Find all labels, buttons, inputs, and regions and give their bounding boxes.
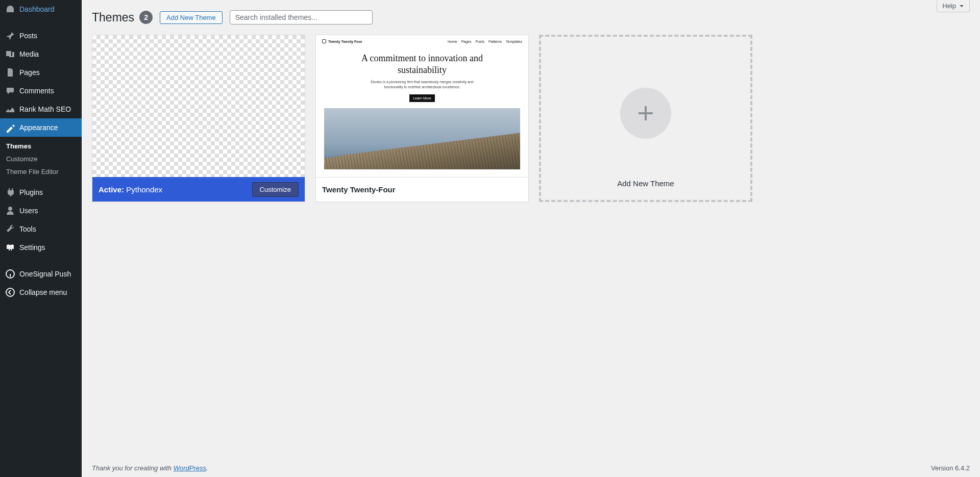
dashboard-icon [5, 4, 15, 14]
active-theme-name: Pythondex [126, 185, 162, 194]
chart-icon [5, 104, 15, 114]
admin-sidebar: Dashboard Posts Media Pages Comments Ran… [0, 0, 82, 477]
submenu-themes[interactable]: Themes [0, 140, 82, 153]
search-themes-input[interactable] [230, 10, 373, 24]
svg-point-1 [6, 288, 14, 296]
theme-name-bar: Twenty Twenty-Four [316, 177, 528, 202]
menu-label: Rank Math SEO [19, 105, 71, 113]
theme-card-twentytwentyfour[interactable]: Twenty Twenty Four Home Pages Posts Patt… [315, 35, 529, 202]
main-content: Help Themes 2 Add New Theme Active: Pyth… [82, 0, 980, 477]
sidebar-item-comments[interactable]: Comments [0, 82, 82, 100]
comments-icon [5, 86, 15, 96]
theme-name: Twenty Twenty-Four [322, 185, 396, 194]
theme-screenshot [92, 35, 305, 177]
menu-label: Plugins [19, 188, 43, 196]
pages-icon [5, 67, 15, 78]
sidebar-item-settings[interactable]: Settings [0, 238, 82, 257]
preview-nav: Home Pages Posts Patterns Templates [448, 40, 522, 43]
menu-label: Collapse menu [19, 288, 67, 296]
theme-screenshot: Twenty Twenty Four Home Pages Posts Patt… [316, 35, 528, 177]
sidebar-item-pages[interactable]: Pages [0, 63, 82, 82]
settings-icon [5, 242, 15, 253]
add-new-theme-label: Add New Theme [617, 179, 674, 188]
sidebar-item-posts[interactable]: Posts [0, 27, 82, 45]
preview-headline: A commitment to innovation and sustainab… [342, 53, 502, 77]
sidebar-item-onesignal[interactable]: OneSignal Push [0, 265, 82, 283]
tools-icon [5, 224, 15, 234]
chevron-down-icon [959, 4, 964, 9]
heading-row: Themes 2 Add New Theme [92, 10, 970, 24]
sidebar-item-users[interactable]: Users [0, 202, 82, 220]
plugins-icon [5, 187, 15, 197]
add-new-theme-button[interactable]: Add New Theme [160, 11, 223, 24]
menu-label: Settings [19, 243, 45, 252]
menu-label: Media [19, 50, 39, 58]
collapse-icon [5, 287, 15, 297]
sidebar-item-plugins[interactable]: Plugins [0, 183, 82, 202]
sidebar-item-dashboard[interactable]: Dashboard [0, 0, 82, 18]
help-tab[interactable]: Help [937, 0, 970, 12]
footer: Thank you for creating with WordPress. V… [82, 459, 980, 477]
page-title-text: Themes [92, 11, 134, 24]
theme-count-badge: 2 [139, 11, 153, 24]
add-new-theme-card[interactable]: Add New Theme [539, 35, 752, 202]
onesignal-icon [5, 269, 15, 279]
theme-name: Active: Pythondex [99, 185, 162, 194]
pin-icon [5, 31, 15, 41]
appearance-icon [5, 122, 15, 133]
media-icon [5, 49, 15, 59]
plus-icon [635, 103, 656, 123]
menu-label: Tools [19, 225, 36, 233]
sidebar-item-rankmath[interactable]: Rank Math SEO [0, 100, 82, 118]
footer-thanks: Thank you for creating with WordPress. [92, 464, 208, 472]
sidebar-item-appearance[interactable]: Appearance [0, 118, 82, 137]
theme-name-bar: Active: Pythondex Customize [92, 177, 305, 202]
menu-label: Dashboard [19, 5, 55, 13]
add-new-circle [620, 88, 671, 139]
sidebar-item-collapse[interactable]: Collapse menu [0, 283, 82, 302]
preview-sub: Études is a pioneering firm that seamles… [368, 80, 476, 90]
preview-brand: Twenty Twenty Four [328, 40, 362, 43]
submenu-theme-file-editor[interactable]: Theme File Editor [0, 165, 82, 178]
screenshot-placeholder [92, 35, 305, 177]
sidebar-item-media[interactable]: Media [0, 45, 82, 63]
help-label: Help [942, 2, 956, 10]
preview-image [324, 108, 520, 169]
menu-label: Appearance [19, 123, 58, 132]
customize-button[interactable]: Customize [252, 182, 299, 197]
menu-label: Comments [19, 87, 54, 95]
theme-card-active[interactable]: Active: Pythondex Customize [92, 35, 305, 202]
themes-grid: Active: Pythondex Customize Twenty Twent… [92, 35, 970, 202]
appearance-submenu: Themes Customize Theme File Editor [0, 137, 82, 183]
preview-cta: Learn More [409, 94, 435, 102]
sidebar-item-tools[interactable]: Tools [0, 220, 82, 238]
active-prefix: Active: [99, 185, 124, 194]
footer-version: Version 6.4.2 [931, 464, 970, 472]
menu-label: OneSignal Push [19, 270, 71, 278]
menu-label: Pages [19, 68, 40, 77]
users-icon [5, 206, 15, 216]
wordpress-link[interactable]: WordPress [174, 464, 206, 472]
page-title: Themes 2 [92, 11, 153, 24]
submenu-customize[interactable]: Customize [0, 153, 82, 165]
menu-label: Posts [19, 32, 37, 40]
menu-label: Users [19, 207, 38, 215]
